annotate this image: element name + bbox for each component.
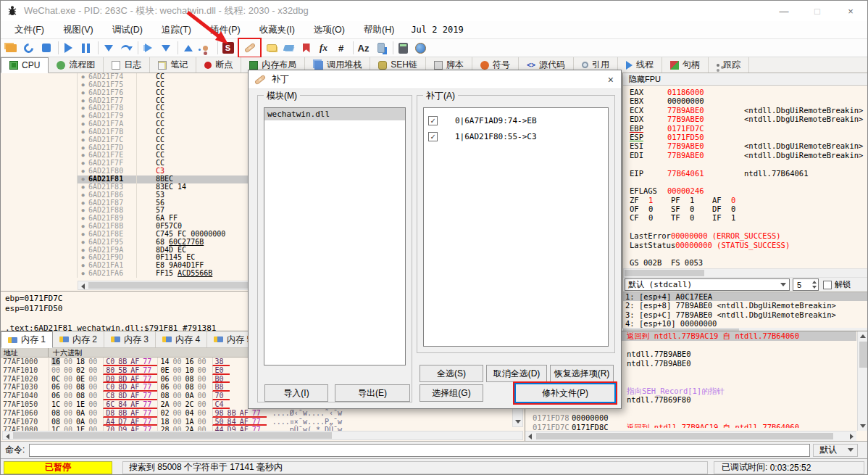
memory-tab[interactable]: 内存 1 xyxy=(1,331,53,348)
register-row[interactable]: EIP77B64061ntdll.77B64061 xyxy=(630,169,868,178)
register-row[interactable]: ZF1PF1AF0 xyxy=(630,196,868,205)
import-button[interactable]: 导入(I) xyxy=(264,384,328,402)
run-to-user-code-button[interactable] xyxy=(141,41,156,55)
scroll-left-icon[interactable] xyxy=(81,284,85,289)
register-row[interactable]: ESI77B9ABE0<ntdll.DbgUiRemoteBreakin> xyxy=(630,141,868,150)
bookmark-button[interactable] xyxy=(299,41,314,55)
breakpoint-dot[interactable]: ● xyxy=(78,223,88,231)
breakpoint-dot[interactable]: ● xyxy=(78,104,88,112)
deselect-all-button[interactable]: 取消全选(D) xyxy=(486,365,547,382)
select-group-button[interactable]: 选择组(G) xyxy=(420,384,483,402)
menu-item[interactable]: 文件(F) xyxy=(5,22,54,38)
stack-row[interactable]: 0171FD7C0171FD8C返回到 ntdll.77B9AC19 自 ntd… xyxy=(525,423,856,431)
scroll-left-icon[interactable] xyxy=(528,434,532,439)
patches-button[interactable] xyxy=(242,41,257,55)
menu-item[interactable]: 帮助(H) xyxy=(354,22,404,38)
scroll-left-icon[interactable] xyxy=(6,434,9,439)
register-row[interactable]: GS 002B FS 0053 xyxy=(630,258,868,267)
breakpoint-dot[interactable]: ● xyxy=(78,81,88,89)
argument-row[interactable]: 3: [esp+C] 77B9ABE0 <ntdll.DbgUiRemoteBr… xyxy=(623,310,868,319)
tab-notes[interactable]: 笔记 xyxy=(150,57,196,73)
scroll-down-icon[interactable] xyxy=(515,420,521,424)
breakpoint-dot[interactable]: ● xyxy=(78,270,88,278)
register-row[interactable]: CF0TF0IF1 xyxy=(630,213,868,222)
minimize-button[interactable]: — xyxy=(767,1,801,21)
patch-dialog-titlebar[interactable]: 补丁 × xyxy=(249,70,621,89)
tab-log[interactable]: 日志 xyxy=(104,57,150,73)
menu-item[interactable]: 选项(O) xyxy=(304,22,354,38)
menu-item[interactable]: 收藏夹(I) xyxy=(250,22,304,38)
register-row[interactable]: EFLAGS00000246 xyxy=(630,186,868,195)
breakpoint-dot[interactable]: ● xyxy=(78,207,88,215)
tab-bp[interactable]: 断点 xyxy=(196,57,241,73)
menu-item[interactable]: 视图(V) xyxy=(54,22,103,38)
open-file-button[interactable] xyxy=(4,41,19,55)
command-mode-dropdown[interactable]: 默认 xyxy=(813,444,858,457)
execute-till-return-button[interactable] xyxy=(180,41,196,55)
breakpoint-dot[interactable]: ● xyxy=(78,120,88,128)
tab-trace[interactable]: 跟踪 xyxy=(709,57,749,73)
breakpoint-dot[interactable]: ● xyxy=(78,128,88,136)
patch-checkbox[interactable]: ✓ xyxy=(428,132,438,141)
pause-button[interactable] xyxy=(78,41,93,55)
scylla-button[interactable]: S xyxy=(220,41,235,55)
stepper-up-icon[interactable] xyxy=(812,281,817,284)
module-list-item[interactable]: wechatwin.dll xyxy=(264,108,405,120)
tab-hnd[interactable]: 句柄 xyxy=(662,57,709,73)
strings-button[interactable]: Az xyxy=(356,41,371,55)
patch-list[interactable]: ✓0|6A7F1AD9:74->EB✓1|6AD21F80:55->C3 xyxy=(423,107,609,347)
tab-thr[interactable]: 线程 xyxy=(618,57,662,73)
menu-item[interactable]: 调试(D) xyxy=(103,22,152,38)
register-row[interactable]: LastError00000000 (ERROR_SUCCESS) xyxy=(630,231,868,240)
register-row[interactable]: EDI77B9ABE0<ntdll.DbgUiRemoteBreakin> xyxy=(630,151,868,160)
breakpoint-dot[interactable]: ● xyxy=(78,168,88,175)
step-into-button[interactable] xyxy=(101,41,116,55)
stepper-down-icon[interactable] xyxy=(812,286,817,289)
command-input[interactable] xyxy=(29,444,810,457)
hash-button[interactable]: # xyxy=(333,41,349,55)
unlock-checkbox-row[interactable]: 解锁 xyxy=(823,279,851,290)
stack-hscrollbar[interactable] xyxy=(525,431,856,441)
step-over-button[interactable] xyxy=(118,41,133,55)
maximize-button[interactable]: □ xyxy=(801,1,834,21)
dump-row[interactable]: 77AF106008000A00D88BAF7702000400988BAF77… xyxy=(1,409,525,418)
register-row[interactable]: OF0SF0DF0 xyxy=(630,205,868,213)
calculator-button[interactable] xyxy=(396,41,411,55)
breakpoint-dot[interactable]: ● xyxy=(78,175,88,183)
restart-button[interactable] xyxy=(21,41,36,55)
memory-tab[interactable]: 内存 4 xyxy=(156,331,207,347)
breakpoint-dot[interactable]: ● xyxy=(78,152,88,160)
breakpoint-dot[interactable]: ● xyxy=(78,136,88,144)
argument-row[interactable]: 4: [esp+10] 00000000 xyxy=(623,319,868,328)
breakpoint-dot[interactable]: ● xyxy=(78,89,88,97)
register-row[interactable]: ESP0171FD50 xyxy=(630,133,868,141)
memory-tab[interactable]: 内存 3 xyxy=(104,331,156,347)
scroll-right-icon[interactable] xyxy=(850,434,854,439)
breakpoint-dot[interactable]: ● xyxy=(78,97,88,105)
register-row[interactable]: EBP0171FD7C xyxy=(630,124,868,133)
breakpoint-dot[interactable]: ● xyxy=(78,199,88,207)
breakpoint-dot[interactable]: ● xyxy=(78,191,88,199)
register-row[interactable]: EDX77B9ABE0<ntdll.DbgUiRemoteBreakin> xyxy=(630,115,868,123)
breakpoint-dot[interactable]: ● xyxy=(78,160,88,168)
scroll-down-icon[interactable] xyxy=(860,424,866,428)
breakpoint-dot[interactable]: ● xyxy=(78,262,88,270)
tab-graph[interactable]: 流程图 xyxy=(49,57,104,73)
register-row[interactable]: EBX00000000 xyxy=(630,96,868,105)
patch-file-button[interactable]: 修补文件(P) xyxy=(514,383,616,403)
dump-row[interactable]: 77AF107008000A00A4D7AF7718001A005084AF77… xyxy=(1,418,525,426)
restore-selection-button[interactable]: 恢复选择项(R) xyxy=(550,365,614,382)
breakpoint-dot[interactable]: ● xyxy=(78,73,88,81)
breakpoint-dot[interactable]: ● xyxy=(78,215,88,223)
select-all-button[interactable]: 全选(S) xyxy=(420,365,483,382)
function-button[interactable]: fx xyxy=(316,41,331,55)
argument-count-stepper[interactable]: 5 xyxy=(793,278,819,291)
register-row[interactable]: ECX77B9ABE0<ntdll.DbgUiRemoteBreakin> xyxy=(630,106,868,115)
scroll-thumb[interactable] xyxy=(536,433,833,439)
memory-tab[interactable]: 内存 2 xyxy=(53,331,104,347)
patch-checkbox[interactable]: ✓ xyxy=(428,116,438,125)
tab-cpu[interactable]: CPU xyxy=(1,57,49,73)
calling-convention-select[interactable]: 默认 (stdcall) xyxy=(625,278,790,291)
title-bar[interactable]: WeChat.exe - PID: 263C - 模块: wechatwin.d… xyxy=(1,1,867,21)
globe-button[interactable] xyxy=(413,41,428,55)
